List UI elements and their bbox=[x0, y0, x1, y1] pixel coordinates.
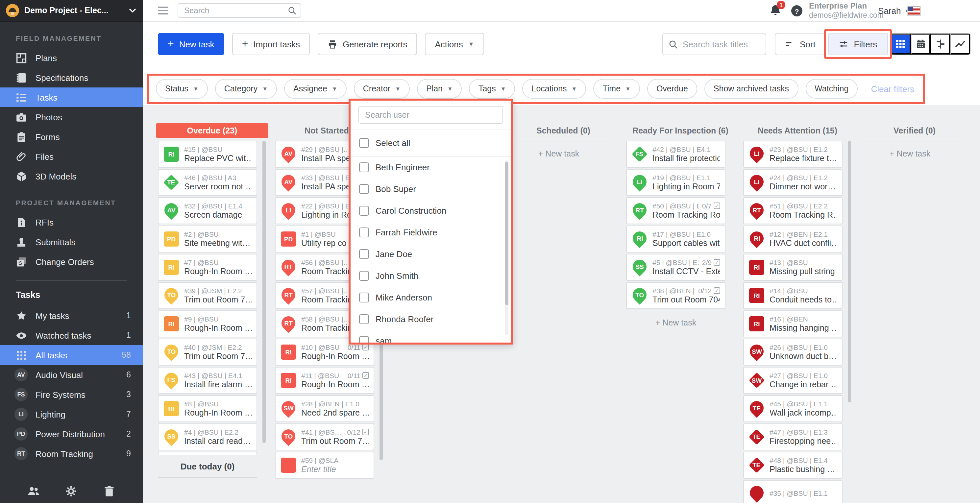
checkbox[interactable] bbox=[359, 271, 369, 281]
task-card[interactable]: SW#28 | @BEN | E1.0Need 2nd spare … bbox=[275, 395, 374, 422]
generate-reports-button[interactable]: Generate reports bbox=[318, 33, 417, 55]
checkbox[interactable] bbox=[359, 162, 369, 172]
import-tasks-button[interactable]: + Import tasks bbox=[232, 33, 310, 55]
user-option-bob-super[interactable]: Bob Super bbox=[350, 178, 511, 200]
task-card[interactable]: LI#19 | @BSU | E1.1Lighting in Room 701 bbox=[626, 169, 725, 196]
task-card[interactable]: TE#45 | @BSU | E1.1Wall jack incomp… bbox=[743, 395, 843, 422]
view-button-grid[interactable] bbox=[891, 33, 911, 55]
filter-chip-tags[interactable]: Tags▼ bbox=[469, 79, 515, 98]
filter-chip-creator[interactable]: Creator▼ bbox=[354, 79, 410, 98]
user-option-john-smith[interactable]: John Smith bbox=[350, 265, 511, 287]
trash-icon[interactable] bbox=[103, 485, 115, 497]
column-scrollbar-thumb[interactable] bbox=[848, 141, 851, 402]
language-flag-us[interactable] bbox=[908, 6, 920, 15]
sort-button[interactable]: Sort bbox=[775, 33, 826, 55]
hamburger-menu-icon[interactable] bbox=[158, 6, 169, 14]
sidebar-item-power-distribution[interactable]: PDPower Distribution2 bbox=[0, 424, 143, 444]
filter-chip-show-archived-tasks[interactable]: Show archived tasks bbox=[705, 79, 798, 98]
sidebar-item-my-tasks[interactable]: My tasks1 bbox=[0, 306, 143, 325]
project-switcher[interactable]: Demo Project - Elec... bbox=[0, 0, 143, 22]
view-button-timeline[interactable] bbox=[931, 33, 950, 55]
checkbox[interactable] bbox=[359, 206, 369, 216]
checkbox[interactable] bbox=[359, 336, 369, 343]
task-card[interactable]: TE#48 | @BSU | E1.4Plastic bushing … bbox=[743, 452, 843, 479]
user-option-carol-construction[interactable]: Carol Construction bbox=[350, 200, 511, 222]
sidebar-item-tasks[interactable]: Tasks bbox=[0, 87, 143, 107]
filter-chip-time[interactable]: Time▼ bbox=[593, 79, 640, 98]
task-card[interactable]: RT#51 | @BSU | E2.2Room Tracking R… bbox=[743, 197, 843, 224]
new-task-button[interactable]: + New task bbox=[158, 33, 224, 55]
sidebar-item-fire-systems[interactable]: FSFire Systems3 bbox=[0, 385, 143, 405]
checkbox[interactable] bbox=[359, 249, 369, 259]
task-card[interactable]: FS#43 | @BSU | E4.1Install fire alarm … bbox=[158, 367, 257, 394]
sidebar-item-specifications[interactable]: Specifications bbox=[0, 68, 143, 87]
new-task-button[interactable]: + New task bbox=[860, 141, 959, 159]
user-option-beth-engineer[interactable]: Beth Engineer bbox=[350, 157, 511, 178]
task-card[interactable]: PD#2 | @BSUSite meeting wit… bbox=[158, 225, 257, 252]
filter-chip-status[interactable]: Status▼ bbox=[156, 79, 208, 98]
user-option-mike-anderson[interactable]: Mike Anderson bbox=[350, 287, 511, 308]
user-search-input[interactable] bbox=[359, 106, 503, 123]
user-option-farrah-fieldwire[interactable]: Farrah Fieldwire bbox=[350, 222, 511, 243]
task-card[interactable]: TE#46 | @BSU | A3Server room not … bbox=[158, 169, 257, 196]
user-menu[interactable]: Sarah ▼ bbox=[878, 0, 910, 22]
task-card[interactable]: RI#12 | @BEN | E2.1HVAC duct confli… bbox=[743, 225, 843, 252]
sidebar-item-change-orders[interactable]: Change Orders bbox=[0, 252, 143, 271]
task-card[interactable]: RI#7 | @BSURough-In Room … bbox=[158, 254, 257, 281]
sidebar-item-photos[interactable]: Photos bbox=[0, 107, 143, 127]
sidebar-item-audio-visual[interactable]: AVAudio Visual6 bbox=[0, 365, 143, 385]
clear-filters-link[interactable]: Clear filters bbox=[871, 84, 914, 94]
sidebar-item-room-tracking[interactable]: RTRoom Tracking9 bbox=[0, 444, 143, 463]
filters-button[interactable]: Filters bbox=[828, 33, 888, 55]
task-card[interactable]: RT#50 | @BSU | E2…0/7✓Room Tracking Roo… bbox=[626, 197, 725, 224]
task-card[interactable]: #35 | @BSU | E1.1 bbox=[743, 480, 843, 503]
sidebar-item-all-tasks[interactable]: All tasks58 bbox=[0, 345, 143, 365]
task-card[interactable]: LI#23 | @BSU | E1.2Replace fixture t… bbox=[743, 141, 843, 168]
sidebar-item-submittals[interactable]: Submittals bbox=[0, 232, 143, 252]
checkbox[interactable] bbox=[359, 314, 369, 324]
user-option-sam[interactable]: sam bbox=[350, 330, 511, 343]
filter-chip-category[interactable]: Category▼ bbox=[215, 79, 277, 98]
new-task-button[interactable]: + New task bbox=[509, 141, 608, 159]
task-card[interactable]: RI#13 | @BSUMissing pull string bbox=[743, 254, 843, 281]
task-card[interactable]: TE#47 | @BSU | E1.3Firestopping nee… bbox=[743, 424, 843, 451]
task-card[interactable]: RI#9 | @BSURough-In Room … bbox=[158, 310, 257, 337]
filter-chip-watching[interactable]: Watching bbox=[805, 79, 858, 98]
sidebar-item-watched-tasks[interactable]: Watched tasks1 bbox=[0, 325, 143, 345]
view-button-chart[interactable] bbox=[950, 33, 970, 55]
column-scrollbar-thumb[interactable] bbox=[262, 141, 266, 443]
help-icon[interactable]: ? bbox=[791, 5, 802, 16]
task-card[interactable]: TO#41 | @BS…0/12✓Trim out Room 7… bbox=[275, 424, 374, 451]
view-button-calendar[interactable] bbox=[911, 33, 931, 55]
task-card[interactable]: RI#14 | @BSUConduit needs to… bbox=[743, 282, 843, 309]
actions-button[interactable]: Actions ▼ bbox=[425, 33, 484, 55]
task-card[interactable]: RI#11 | @BSU0/11✓Rough-In Room … bbox=[275, 367, 374, 394]
filter-chip-plan[interactable]: Plan▼ bbox=[417, 79, 462, 98]
task-card[interactable]: LI#24 | @BSU | E1.2Dimmer not wor… bbox=[743, 169, 843, 196]
sidebar-item-files[interactable]: Files bbox=[0, 147, 143, 167]
sidebar-item-rfis[interactable]: RFIs bbox=[0, 213, 143, 232]
checkbox[interactable] bbox=[359, 227, 369, 237]
task-card[interactable]: RI#15 | @BSUReplace PVC wit… bbox=[158, 141, 257, 168]
gear-icon[interactable] bbox=[65, 485, 77, 497]
checkbox[interactable] bbox=[359, 184, 369, 194]
task-card[interactable]: RI#16 | @BENMissing hanging … bbox=[743, 310, 843, 337]
task-card[interactable]: SS#5 | @BSU | E1.02/9✓Install CCTV - Ext… bbox=[626, 254, 725, 281]
task-card[interactable]: TO#39 | @JSM | E2.2Trim out Room 7… bbox=[158, 282, 257, 309]
global-search-input[interactable] bbox=[178, 4, 301, 17]
task-card[interactable]: SS#4 | @BSU | E2.2Install card read… bbox=[158, 424, 257, 451]
sidebar-item-plans[interactable]: Plans bbox=[0, 48, 143, 68]
task-search-input[interactable] bbox=[663, 33, 765, 55]
filter-chip-overdue[interactable]: Overdue bbox=[647, 79, 697, 98]
user-option-jane-doe[interactable]: Jane Doe bbox=[350, 243, 511, 265]
sidebar-item-forms[interactable]: Forms bbox=[0, 127, 143, 147]
task-card[interactable]: RI#8 | @BSURough-In Room … bbox=[158, 395, 257, 422]
sidebar-item-3d-models[interactable]: 3D Models bbox=[0, 167, 143, 186]
task-card[interactable]: TO#40 | @JSM | E2.2Trim out Room 7… bbox=[158, 339, 257, 366]
user-option-rhonda-roofer[interactable]: Rhonda Roofer bbox=[350, 308, 511, 330]
task-card[interactable]: SW#26 | @BSU | E1.0Unknown duct b… bbox=[743, 339, 843, 366]
select-all-option[interactable]: Select all bbox=[350, 131, 511, 155]
task-card[interactable]: RI#17 | @BSU | E1.0Support cables with… bbox=[626, 225, 725, 252]
scrollbar-thumb[interactable] bbox=[505, 162, 508, 305]
task-card[interactable]: AV#32 | @BSU | E1.4Screen damage bbox=[158, 197, 257, 224]
